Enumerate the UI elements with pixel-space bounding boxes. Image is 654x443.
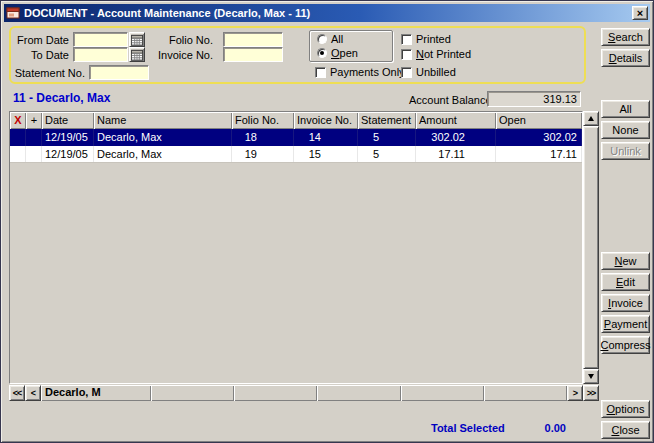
column-header-x[interactable]: X — [10, 112, 26, 129]
invoice-no-input[interactable] — [223, 47, 283, 62]
window-icon — [6, 6, 20, 20]
cell-open: 302.02 — [496, 129, 582, 146]
from-date-label: From Date — [15, 34, 69, 46]
nav-first-button[interactable]: << — [9, 385, 25, 401]
printed-checkbox-label: Printed — [416, 33, 451, 45]
radio-all-label: All — [331, 33, 343, 45]
cell-plus[interactable] — [26, 146, 42, 162]
payments-only-checkbox-label: Payments Only — [330, 66, 405, 78]
unlink-button: Unlink — [601, 142, 650, 160]
record-tabs: Decarlo, M — [41, 385, 567, 401]
radio-open-label: Open — [331, 47, 358, 59]
titlebar-close-button[interactable]: × — [632, 6, 648, 20]
total-selected-label: Total Selected — [431, 422, 505, 434]
close-button[interactable]: Close — [601, 421, 650, 439]
not-printed-checkbox-box — [401, 49, 412, 60]
grid-header-row: X + Date Name Folio No. Invoice No. Stat… — [10, 112, 582, 129]
cell-invoice: 14 — [294, 129, 358, 146]
nav-prev-button[interactable]: < — [25, 385, 41, 401]
vertical-scrollbar[interactable] — [583, 111, 599, 384]
scrollbar-thumb[interactable] — [583, 126, 599, 369]
unbilled-checkbox-box — [401, 67, 412, 78]
account-maintenance-window: DOCUMENT - Account Maintenance (Decarlo,… — [0, 0, 654, 443]
account-title: 11 - Decarlo, Max — [13, 91, 110, 105]
unbilled-checkbox[interactable]: Unbilled — [401, 66, 456, 78]
to-date-input[interactable] — [73, 47, 128, 62]
column-header-folio[interactable]: Folio No. — [232, 112, 294, 129]
column-header-name[interactable]: Name — [94, 112, 232, 129]
column-header-amount[interactable]: Amount — [416, 112, 496, 129]
printed-checkbox-box — [401, 34, 412, 45]
folio-no-label: Folio No. — [155, 34, 213, 46]
cell-plus[interactable] — [26, 129, 42, 146]
cell-date: 12/19/05 — [42, 129, 94, 146]
invoice-button[interactable]: Invoice — [601, 294, 650, 312]
radio-all[interactable]: All — [317, 33, 343, 45]
cell-statement: 5 — [358, 129, 416, 146]
cell-folio: 19 — [232, 146, 294, 162]
account-balance-value: 319.13 — [487, 91, 581, 107]
record-tab-empty[interactable] — [234, 385, 317, 401]
cell-amount: 302.02 — [416, 129, 496, 146]
edit-button[interactable]: Edit — [601, 273, 650, 291]
details-button[interactable]: Details — [601, 49, 650, 67]
cell-open: 17.11 — [496, 146, 582, 162]
options-button[interactable]: Options — [601, 400, 650, 418]
none-button[interactable]: None — [601, 121, 650, 139]
record-tab-decarlo[interactable]: Decarlo, M — [41, 385, 151, 401]
titlebar[interactable]: DOCUMENT - Account Maintenance (Decarlo,… — [4, 4, 650, 22]
cell-amount: 17.11 — [416, 146, 496, 162]
filter-panel: From Date Folio No. To Date Invoice No. … — [9, 26, 586, 84]
window-title: DOCUMENT - Account Maintenance (Decarlo,… — [24, 7, 632, 19]
column-header-statement[interactable]: Statement — [358, 112, 416, 129]
record-nav-strip: << < Decarlo, M > >> — [9, 385, 599, 401]
cell-folio: 18 — [232, 129, 294, 146]
table-row[interactable]: 12/19/05 Decarlo, Max 18 14 5 302.02 302… — [10, 129, 582, 146]
statement-no-label: Statement No. — [13, 67, 85, 79]
cell-date: 12/19/05 — [42, 146, 94, 162]
documents-grid: X + Date Name Folio No. Invoice No. Stat… — [9, 111, 583, 384]
grid-empty-area — [10, 163, 582, 383]
from-date-input[interactable] — [73, 32, 128, 47]
column-header-open[interactable]: Open — [496, 112, 582, 129]
new-button[interactable]: New — [601, 252, 650, 270]
record-tab-empty[interactable] — [401, 385, 484, 401]
search-button[interactable]: Search — [601, 28, 650, 46]
column-header-plus[interactable]: + — [26, 112, 42, 129]
record-tab-empty[interactable] — [484, 385, 567, 401]
unbilled-checkbox-label: Unbilled — [416, 66, 456, 78]
nav-last-button[interactable]: >> — [583, 385, 599, 401]
table-row[interactable]: 12/19/05 Decarlo, Max 19 15 5 17.11 17.1… — [10, 146, 582, 163]
all-open-radio-group: All Open — [309, 30, 393, 62]
not-printed-checkbox-label: Not Printed — [416, 48, 471, 60]
account-balance-label: Account Balance — [409, 94, 492, 106]
all-button[interactable]: All — [601, 100, 650, 118]
to-date-label: To Date — [15, 49, 69, 61]
payments-only-checkbox[interactable]: Payments Only — [315, 66, 405, 78]
to-date-calendar-icon[interactable] — [129, 47, 145, 62]
cell-name: Decarlo, Max — [94, 146, 232, 162]
radio-open-circle — [317, 48, 327, 58]
column-header-date[interactable]: Date — [42, 112, 94, 129]
scroll-up-icon[interactable] — [583, 111, 599, 126]
from-date-calendar-icon[interactable] — [129, 32, 145, 47]
scroll-down-icon[interactable] — [583, 369, 599, 384]
folio-no-input[interactable] — [223, 32, 283, 47]
cell-statement: 5 — [358, 146, 416, 162]
cell-x[interactable] — [10, 129, 26, 146]
payment-button[interactable]: Payment — [601, 315, 650, 333]
record-tab-empty[interactable] — [151, 385, 234, 401]
printed-checkbox[interactable]: Printed — [401, 33, 451, 45]
cell-x[interactable] — [10, 146, 26, 162]
record-tab-empty[interactable] — [317, 385, 400, 401]
cell-name: Decarlo, Max — [94, 129, 232, 146]
compress-button[interactable]: Compress — [601, 336, 650, 354]
column-header-invoice[interactable]: Invoice No. — [294, 112, 358, 129]
payments-only-checkbox-box — [315, 67, 326, 78]
statement-no-input[interactable] — [89, 65, 149, 80]
total-selected-value: 0.00 — [506, 422, 566, 434]
not-printed-checkbox[interactable]: Not Printed — [401, 48, 471, 60]
radio-open[interactable]: Open — [317, 47, 358, 59]
nav-next-button[interactable]: > — [567, 385, 583, 401]
invoice-no-label: Invoice No. — [145, 49, 213, 61]
